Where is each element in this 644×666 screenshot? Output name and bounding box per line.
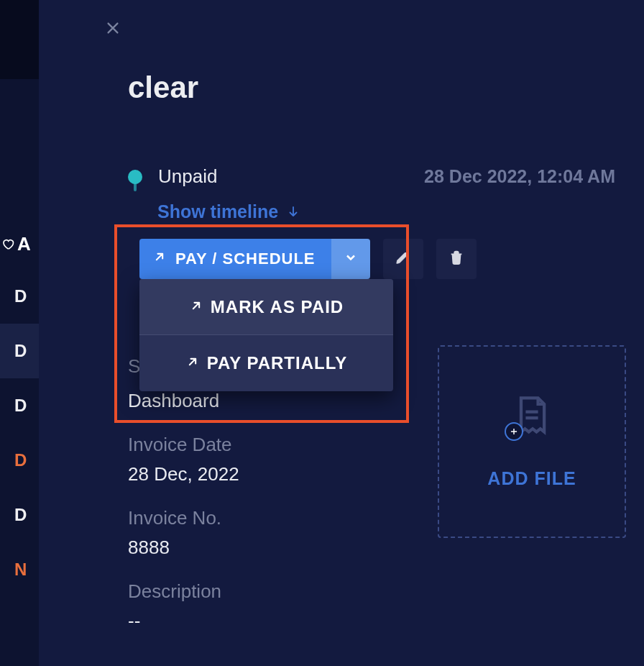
trash-icon <box>448 250 464 268</box>
left-item[interactable]: D <box>0 269 39 324</box>
pay-schedule-caret[interactable] <box>331 239 370 279</box>
description-value: -- <box>128 610 387 632</box>
pay-schedule-label: PAY / SCHEDULE <box>175 250 316 268</box>
left-item[interactable]: N <box>0 542 39 597</box>
invoice-date-label: Invoice Date <box>128 434 387 456</box>
pay-schedule-button[interactable]: PAY / SCHEDULE <box>139 239 331 279</box>
left-item[interactable]: D <box>0 488 39 542</box>
description-label: Description <box>128 580 387 603</box>
mark-as-paid-label: MARK AS PAID <box>211 297 344 317</box>
pay-schedule-dropdown: MARK AS PAID PAY PARTIALLY <box>139 279 393 391</box>
pay-schedule-split-button: PAY / SCHEDULE <box>139 239 370 279</box>
status-timestamp: 28 Dec 2022, 12:04 AM <box>424 166 615 187</box>
action-row: PAY / SCHEDULE <box>139 239 477 279</box>
invoice-date-value: 28 Dec, 2022 <box>128 463 387 485</box>
add-file-label: ADD FILE <box>487 468 576 489</box>
page-title: clear <box>128 70 198 105</box>
pay-partially-item[interactable]: PAY PARTIALLY <box>139 335 393 391</box>
pencil-icon <box>395 250 411 268</box>
plus-badge-icon <box>505 422 523 441</box>
left-items: D D D D D N <box>0 229 39 597</box>
left-strip-top <box>0 0 39 79</box>
details-section: S Dashboard Invoice Date 28 Dec, 2022 In… <box>128 355 387 654</box>
receipt-icon <box>510 395 553 438</box>
pay-partially-label: PAY PARTIALLY <box>207 353 347 373</box>
status-dot-stem-icon <box>134 181 137 191</box>
arrow-up-right-icon <box>152 250 167 268</box>
close-button[interactable] <box>102 17 124 39</box>
left-item[interactable]: D <box>0 378 39 433</box>
add-file-dropzone[interactable]: ADD FILE <box>438 345 626 538</box>
edit-button[interactable] <box>383 239 423 279</box>
left-strip: A D D D D D N <box>0 0 39 666</box>
left-item[interactable]: D <box>0 433 39 488</box>
show-timeline-text: Show timeline <box>157 201 278 222</box>
show-timeline-link[interactable]: Show timeline <box>157 201 300 222</box>
invoice-no-label: Invoice No. <box>128 507 387 529</box>
detail-panel: clear Unpaid 28 Dec 2022, 12:04 AM Show … <box>39 0 644 666</box>
mark-as-paid-item[interactable]: MARK AS PAID <box>139 279 393 335</box>
arrow-up-right-icon <box>189 297 203 317</box>
details-truncated-label: S <box>128 355 140 378</box>
delete-button[interactable] <box>436 239 477 279</box>
arrow-up-right-icon <box>185 353 200 373</box>
invoice-no-value: 8888 <box>128 537 387 559</box>
left-item[interactable]: D <box>0 324 39 378</box>
arrow-down-icon <box>287 201 300 222</box>
status-label: Unpaid <box>158 165 217 188</box>
source-value: Dashboard <box>128 390 387 412</box>
status-row: Unpaid 28 Dec 2022, 12:04 AM <box>128 165 615 188</box>
chevron-down-icon <box>344 250 358 268</box>
